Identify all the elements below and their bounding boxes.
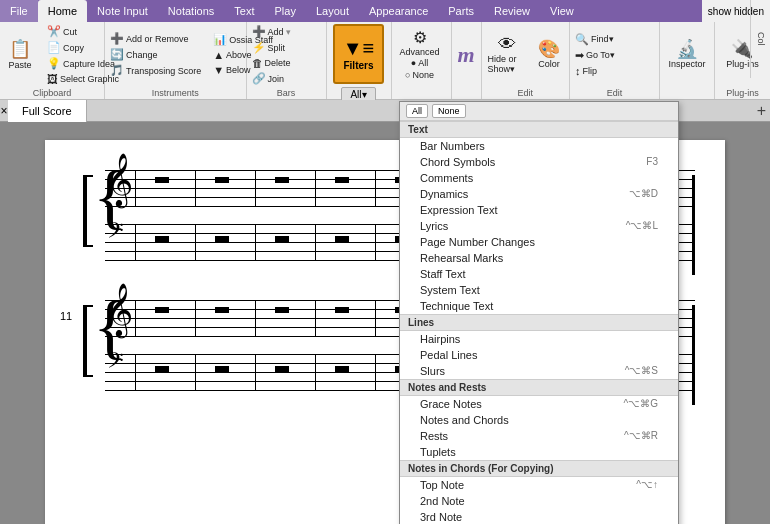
transposing-icon: 🎵 — [110, 64, 124, 77]
menu-item-expression-text[interactable]: Expression Text — [400, 202, 678, 218]
menu-item-bar-numbers[interactable]: Bar Numbers — [400, 138, 678, 154]
join-icon: 🔗 — [252, 72, 266, 85]
tab-layout[interactable]: Layout — [306, 0, 359, 22]
tab-appearance[interactable]: Appearance — [359, 0, 438, 22]
ribbon-group-instruments: ➕ Add or Remove 🔄 Change 🎵 Transposing S… — [105, 22, 247, 99]
rest-2 — [215, 177, 229, 183]
add-score-tab-btn[interactable]: + — [757, 102, 766, 120]
goto-button[interactable]: ➡ Go To▾ — [572, 48, 618, 63]
score-tab[interactable]: Full Score — [8, 100, 87, 122]
find-button[interactable]: 🔍 Find▾ — [572, 32, 618, 47]
menu-item-rests[interactable]: Rests ^⌥⌘R — [400, 428, 678, 444]
menu-item-top-note[interactable]: Top Note ^⌥↑ — [400, 477, 678, 493]
none-option[interactable]: ○ None — [402, 69, 437, 81]
add-remove-button[interactable]: ➕ Add or Remove — [107, 31, 204, 46]
tab-view[interactable]: View — [540, 0, 584, 22]
menu-item-3rd-note[interactable]: 3rd Note — [400, 509, 678, 524]
bass-clef: 𝄢 — [107, 221, 124, 247]
edit-col: 🔍 Find▾ ➡ Go To▾ ↕ Flip — [572, 32, 618, 78]
bass-initial-barline — [135, 224, 136, 261]
color-button[interactable]: 🎨 Color — [531, 26, 567, 84]
sys2-bass-barline-0 — [135, 354, 136, 391]
tab-notations[interactable]: Notations — [158, 0, 224, 22]
tab-file[interactable]: File — [0, 0, 38, 22]
select-graphic-icon: 🖼 — [47, 73, 58, 85]
color-icon: 🎨 — [538, 40, 560, 60]
tab-parts[interactable]: Parts — [438, 0, 484, 22]
menu-item-slurs[interactable]: Slurs ^⌥⌘S — [400, 363, 678, 379]
ribbon-group-inspector: 🔬 Inspector — [660, 22, 715, 99]
score-close-btn[interactable]: × — [0, 104, 8, 118]
menu-item-dynamics[interactable]: Dynamics ⌥⌘D — [400, 186, 678, 202]
bass-rest-2 — [215, 236, 229, 242]
instruments-label: Instruments — [105, 88, 246, 98]
ossia-icon: 📊 — [213, 33, 227, 46]
below-icon: ▼ — [213, 64, 224, 76]
dropdown-none-btn[interactable]: None — [432, 104, 466, 118]
sys2-bass-rest-3 — [275, 366, 289, 372]
join-button[interactable]: 🔗 Join — [249, 71, 294, 86]
change-icon: 🔄 — [110, 48, 124, 61]
transposing-score-button[interactable]: 🎵 Transposing Score — [107, 63, 204, 78]
barline-1 — [195, 170, 196, 207]
advanced-button[interactable]: ⚙ Advanced ● All ○ None — [394, 26, 446, 84]
sys2-rest-4 — [335, 307, 349, 313]
ribbon-body: 📋 Paste ✂️ Cut 📄 Copy 💡 Capture Idea — [0, 22, 770, 100]
rest-4 — [335, 177, 349, 183]
menu-item-grace-notes[interactable]: Grace Notes ^⌥⌘G — [400, 396, 678, 412]
menu-item-hairpins[interactable]: Hairpins — [400, 331, 678, 347]
filters-button[interactable]: ▼≡ Filters — [333, 24, 384, 84]
tab-review[interactable]: Review — [484, 0, 540, 22]
menu-item-chord-symbols[interactable]: Chord Symbols F3 — [400, 154, 678, 170]
delete-button[interactable]: 🗑 Delete — [249, 56, 294, 70]
sys2-barline-4 — [375, 300, 376, 337]
flip-button[interactable]: ↕ Flip — [572, 64, 618, 78]
change-button[interactable]: 🔄 Change — [107, 47, 204, 62]
tab-play[interactable]: Play — [265, 0, 306, 22]
bars-label: Bars — [247, 88, 326, 98]
tab-home[interactable]: Home — [38, 0, 87, 22]
sys2-rest-1 — [155, 307, 169, 313]
above-icon: ▲ — [213, 49, 224, 61]
menu-item-system-text[interactable]: System Text — [400, 282, 678, 298]
menu-item-page-number[interactable]: Page Number Changes — [400, 234, 678, 250]
bass-clef-2: 𝄢 — [107, 351, 124, 377]
barline-2 — [255, 170, 256, 207]
menu-item-2nd-note[interactable]: 2nd Note — [400, 493, 678, 509]
initial-barline — [135, 170, 136, 207]
menu-item-tuplets[interactable]: Tuplets — [400, 444, 678, 460]
barline-4 — [375, 170, 376, 207]
tab-note-input[interactable]: Note Input — [87, 0, 158, 22]
menu-item-comments[interactable]: Comments — [400, 170, 678, 186]
sys2-barline-3 — [315, 300, 316, 337]
ribbon-group-edit: 🔍 Find▾ ➡ Go To▾ ↕ Flip Edit — [570, 22, 660, 99]
sys2-bass-rest-4 — [335, 366, 349, 372]
sys2-bass-barline-3 — [315, 354, 316, 391]
bass-barline-3 — [315, 224, 316, 261]
bass-rest-4 — [335, 236, 349, 242]
menu-item-staff-text[interactable]: Staff Text — [400, 266, 678, 282]
rest-3 — [275, 177, 289, 183]
menu-item-technique-text[interactable]: Technique Text — [400, 298, 678, 314]
hide-show-button[interactable]: 👁 Hide or Show▾ — [484, 26, 531, 84]
end-barline-2 — [692, 305, 695, 405]
menu-item-rehearsal-marks[interactable]: Rehearsal Marks — [400, 250, 678, 266]
add-button[interactable]: ➕ Add ▾ — [249, 24, 294, 39]
inspector-button[interactable]: 🔬 Inspector — [664, 26, 709, 84]
split-button[interactable]: ⚡ Split — [249, 40, 294, 55]
menu-item-lyrics[interactable]: Lyrics ^⌥⌘L — [400, 218, 678, 234]
ribbon-group-clipboard: 📋 Paste ✂️ Cut 📄 Copy 💡 Capture Idea — [0, 22, 105, 99]
tab-text[interactable]: Text — [224, 0, 264, 22]
delete-icon: 🗑 — [252, 57, 263, 69]
all-option[interactable]: ● All — [408, 57, 431, 69]
dropdown-all-btn[interactable]: All — [406, 104, 428, 118]
menu-item-notes-chords[interactable]: Notes and Chords — [400, 412, 678, 428]
sys2-bass-barline-1 — [195, 354, 196, 391]
paste-button[interactable]: 📋 Paste — [2, 26, 38, 84]
treble-clef: 𝄞 — [106, 157, 133, 203]
menu-item-pedal-lines[interactable]: Pedal Lines — [400, 347, 678, 363]
col-indicator[interactable]: Col — [750, 0, 770, 78]
filters-dropdown: All None Text Bar Numbers Chord Symbols … — [399, 101, 679, 524]
sys2-bass-rest-1 — [155, 366, 169, 372]
barline-3 — [315, 170, 316, 207]
